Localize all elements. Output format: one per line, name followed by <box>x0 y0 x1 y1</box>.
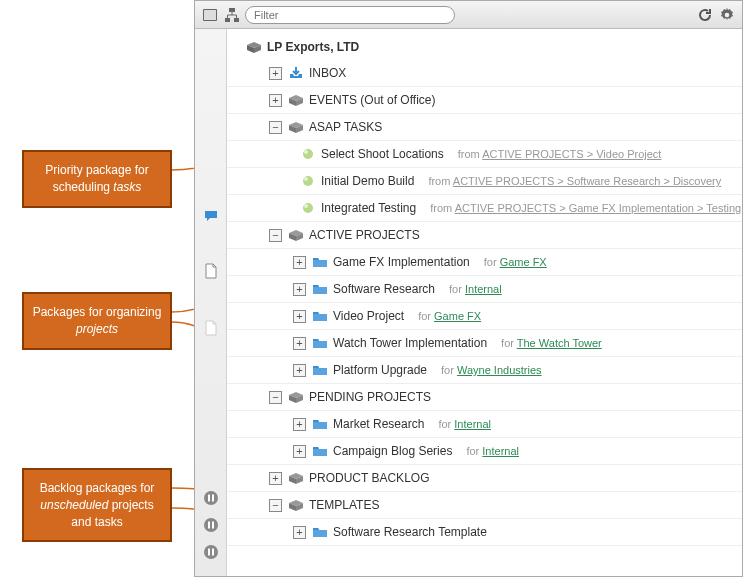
expander-icon[interactable]: + <box>293 337 306 350</box>
package-icon <box>245 38 263 56</box>
tree-row-project[interactable]: + Watch Tower Implementation for The Wat… <box>227 330 742 357</box>
tree-row-project[interactable]: + Game FX Implementation for Game FX <box>227 249 742 276</box>
tree-row-events[interactable]: + EVENTS (Out of Office) <box>227 87 742 114</box>
tree-row-active[interactable]: − ACTIVE PROJECTS <box>227 222 742 249</box>
expander-icon[interactable]: + <box>269 94 282 107</box>
tree-row-project[interactable]: + Video Project for Game FX <box>227 303 742 330</box>
tree-row-pending[interactable]: − PENDING PROJECTS <box>227 384 742 411</box>
pause-icon[interactable] <box>202 543 220 561</box>
task-breadcrumb: from ACTIVE PROJECTS > Game FX Implement… <box>430 202 741 214</box>
svg-point-7 <box>204 491 218 505</box>
folder-icon <box>311 253 329 271</box>
asap-label: ASAP TASKS <box>309 120 382 134</box>
svg-rect-8 <box>208 495 210 502</box>
package-icon <box>287 118 305 136</box>
note-icon[interactable] <box>202 262 220 280</box>
expander-icon[interactable]: + <box>293 364 306 377</box>
collapse-icon[interactable]: − <box>269 391 282 404</box>
expander-icon[interactable]: + <box>269 67 282 80</box>
tree-row-task[interactable]: Select Shoot Locations from ACTIVE PROJE… <box>227 141 742 168</box>
project-name: Video Project <box>333 309 404 323</box>
backlog-label: PRODUCT BACKLOG <box>309 471 429 485</box>
svg-rect-2 <box>229 8 235 12</box>
comment-icon[interactable] <box>202 207 220 225</box>
folder-icon <box>311 442 329 460</box>
package-icon <box>287 91 305 109</box>
project-client[interactable]: for Game FX <box>484 256 547 268</box>
tree-row-project[interactable]: + Software Research for Internal <box>227 276 742 303</box>
folder-icon <box>311 280 329 298</box>
task-name: Initial Demo Build <box>321 174 414 188</box>
expander-icon[interactable]: + <box>293 445 306 458</box>
package-icon <box>287 496 305 514</box>
expander-icon[interactable]: + <box>269 472 282 485</box>
expander-icon[interactable]: + <box>293 256 306 269</box>
expander-icon[interactable]: + <box>293 283 306 296</box>
svg-point-19 <box>304 177 308 181</box>
project-client[interactable]: for Internal <box>466 445 519 457</box>
templates-label: TEMPLATES <box>309 498 379 512</box>
tree-row-task[interactable]: Initial Demo Build from ACTIVE PROJECTS … <box>227 168 742 195</box>
project-client[interactable]: for Internal <box>449 283 502 295</box>
pause-icon[interactable] <box>202 516 220 534</box>
project-client[interactable]: for Game FX <box>418 310 481 322</box>
template-name: Software Research Template <box>333 525 487 539</box>
project-name: Software Research <box>333 282 435 296</box>
svg-rect-12 <box>212 522 214 529</box>
tree-row-task[interactable]: Integrated Testing from ACTIVE PROJECTS … <box>227 195 742 222</box>
project-client[interactable]: for Internal <box>438 418 491 430</box>
project-panel: LP Exports, LTD + INBOX + <box>194 0 743 577</box>
hierarchy-icon[interactable] <box>223 6 241 24</box>
svg-point-13 <box>204 545 218 559</box>
annotation-callouts: Priority package for scheduling tasks Pa… <box>0 0 194 577</box>
svg-rect-3 <box>225 18 230 22</box>
dock-column <box>195 29 227 576</box>
collapse-icon[interactable]: − <box>269 229 282 242</box>
active-label: ACTIVE PROJECTS <box>309 228 420 242</box>
task-name: Select Shoot Locations <box>321 147 444 161</box>
company-label: LP Exports, LTD <box>267 40 359 54</box>
project-tree: LP Exports, LTD + INBOX + <box>227 29 742 576</box>
panel-toolbar <box>195 1 742 29</box>
tree-row-inbox[interactable]: + INBOX <box>227 60 742 87</box>
inbox-label: INBOX <box>309 66 346 80</box>
tree-row-templates[interactable]: − TEMPLATES <box>227 492 742 519</box>
project-name: Game FX Implementation <box>333 255 470 269</box>
svg-point-17 <box>304 150 308 154</box>
document-icon[interactable] <box>202 319 220 337</box>
events-label: EVENTS (Out of Office) <box>309 93 435 107</box>
tree-root[interactable]: LP Exports, LTD <box>227 33 742 60</box>
panel-view-icon[interactable] <box>201 6 219 24</box>
tree-row-asap[interactable]: − ASAP TASKS <box>227 114 742 141</box>
expander-icon[interactable]: + <box>293 418 306 431</box>
expander-icon[interactable]: + <box>293 310 306 323</box>
folder-icon <box>311 361 329 379</box>
folder-icon <box>311 523 329 541</box>
svg-rect-9 <box>212 495 214 502</box>
folder-icon <box>311 415 329 433</box>
project-client[interactable]: for The Watch Tower <box>501 337 602 349</box>
package-icon <box>287 226 305 244</box>
search-input[interactable] <box>245 6 455 24</box>
project-client[interactable]: for Wayne Industries <box>441 364 541 376</box>
collapse-icon[interactable]: − <box>269 499 282 512</box>
project-name: Market Research <box>333 417 424 431</box>
package-icon <box>287 469 305 487</box>
refresh-icon[interactable] <box>696 6 714 24</box>
tree-row-project[interactable]: + Campaign Blog Series for Internal <box>227 438 742 465</box>
svg-point-20 <box>303 203 313 213</box>
svg-rect-14 <box>208 549 210 556</box>
pause-icon[interactable] <box>202 489 220 507</box>
tree-row-project[interactable]: + Platform Upgrade for Wayne Industries <box>227 357 742 384</box>
folder-icon <box>311 334 329 352</box>
gear-icon[interactable] <box>718 6 736 24</box>
svg-point-6 <box>725 12 730 17</box>
collapse-icon[interactable]: − <box>269 121 282 134</box>
svg-rect-1 <box>204 10 216 20</box>
ball-icon <box>299 199 317 217</box>
tree-row-project[interactable]: + Market Research for Internal <box>227 411 742 438</box>
tree-row-backlog[interactable]: + PRODUCT BACKLOG <box>227 465 742 492</box>
expander-icon[interactable]: + <box>293 526 306 539</box>
tree-row-template[interactable]: + Software Research Template <box>227 519 742 546</box>
ball-icon <box>299 145 317 163</box>
